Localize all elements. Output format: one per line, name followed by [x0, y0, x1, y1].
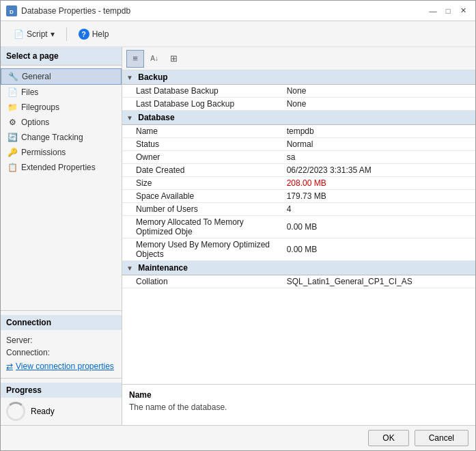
table-row: Name tempdb — [122, 125, 475, 138]
help-label: Help — [92, 29, 109, 39]
categorized-button[interactable]: ≡ — [126, 50, 144, 68]
spacer — [1, 297, 122, 310]
prop-name: Collation — [122, 275, 281, 288]
sidebar-item-permissions-label: Permissions — [21, 148, 66, 157]
prop-name: Memory Allocated To Memory Optimized Obj… — [122, 216, 281, 238]
sidebar-item-files-label: Files — [21, 87, 38, 97]
connection-link-label: View connection properties — [16, 361, 114, 371]
script-dropdown-icon: ▾ — [51, 29, 55, 39]
minimize-button[interactable]: — — [426, 4, 440, 18]
sidebar-item-options[interactable]: ⚙ Options — [1, 115, 122, 130]
table-row: Collation SQL_Latin1_General_CP1_CI_AS — [122, 275, 475, 288]
ok-button[interactable]: OK — [368, 430, 408, 446]
sidebar-item-change-tracking[interactable]: 🔄 Change Tracking — [1, 130, 122, 145]
sidebar-item-files[interactable]: 📄 Files — [1, 85, 122, 100]
sidebar-item-change-tracking-label: Change Tracking — [21, 133, 83, 142]
server-label: Server: — [6, 336, 33, 345]
props-extra-icon: ⊞ — [170, 53, 178, 64]
table-row: Last Database Log Backup None — [122, 98, 475, 111]
prop-name: Space Available — [122, 190, 281, 203]
table-row: Space Available 179.73 MB — [122, 190, 475, 203]
sidebar-item-filegroups[interactable]: 📁 Filegroups — [1, 100, 122, 115]
backup-chevron[interactable]: ▼ — [126, 74, 133, 81]
section-database-label: ▼ Database — [122, 111, 475, 125]
main-window: D Database Properties - tempdb — □ ✕ 📄 S… — [0, 0, 476, 451]
title-bar: D Database Properties - tempdb — □ ✕ — [1, 1, 475, 21]
prop-name: Owner — [122, 151, 281, 164]
window-title: Database Properties - tempdb — [21, 6, 130, 16]
content-area: Select a page 🔧 General 📄 Files 📁 Filegr… — [1, 47, 475, 425]
sidebar-item-extended-properties-label: Extended Properties — [21, 163, 96, 172]
sidebar-item-extended-properties[interactable]: 📋 Extended Properties — [1, 160, 122, 175]
prop-value: sa — [281, 151, 475, 164]
table-row: Number of Users 4 — [122, 203, 475, 216]
connection-row: Connection: — [6, 346, 116, 359]
size-prop-name: Size — [122, 177, 281, 190]
section-maintenance-label: ▼ Maintenance — [122, 261, 475, 275]
maximize-button[interactable]: □ — [441, 4, 455, 18]
table-row: Status Normal — [122, 138, 475, 151]
view-connection-link[interactable]: ⇄ View connection properties — [6, 359, 116, 374]
section-backup-label: ▼ Backup — [122, 70, 475, 85]
prop-value: SQL_Latin1_General_CP1_CI_AS — [281, 275, 475, 288]
prop-name: Last Database Backup — [122, 85, 281, 98]
props-extra-button[interactable]: ⊞ — [165, 50, 182, 68]
prop-name: Date Created — [122, 164, 281, 177]
app-icon: D — [6, 5, 17, 16]
help-button[interactable]: ? Help — [72, 25, 115, 43]
section-database: ▼ Database — [122, 111, 475, 125]
categorized-icon: ≡ — [132, 53, 138, 64]
right-panel: ≡ A↓ ⊞ ▼ Backup — [122, 47, 475, 425]
connection-header: Connection — [1, 315, 122, 330]
section-maintenance: ▼ Maintenance — [122, 261, 475, 275]
cancel-button[interactable]: Cancel — [415, 430, 468, 446]
files-icon: 📄 — [8, 87, 17, 97]
maintenance-chevron[interactable]: ▼ — [126, 264, 133, 272]
select-page-header: Select a page — [1, 47, 122, 66]
prop-value: 06/22/2023 3:31:35 AM — [281, 164, 475, 177]
size-prop-value: 208.00 MB — [281, 177, 475, 190]
table-row: Last Database Backup None — [122, 85, 475, 98]
script-button[interactable]: 📄 Script ▾ — [8, 26, 61, 42]
sidebar-item-filegroups-label: Filegroups — [21, 102, 59, 112]
sort-az-button[interactable]: A↓ — [145, 50, 163, 68]
table-row: Owner sa — [122, 151, 475, 164]
prop-name: Name — [122, 125, 281, 138]
connection-section: Connection Server: Connection: ⇄ View co… — [1, 310, 122, 378]
sort-az-icon: A↓ — [150, 55, 158, 62]
prop-value: 0.00 MB — [281, 216, 475, 238]
prop-name: Last Database Log Backup — [122, 98, 281, 111]
close-button[interactable]: ✕ — [456, 4, 470, 18]
props-table: ▼ Backup Last Database Backup None Last … — [122, 70, 475, 288]
sidebar-item-general-label: General — [22, 72, 51, 81]
change-tracking-icon: 🔄 — [8, 133, 17, 142]
prop-value: 179.73 MB — [281, 190, 475, 203]
table-row: Memory Allocated To Memory Optimized Obj… — [122, 216, 475, 238]
prop-name: Memory Used By Memory Optimized Objects — [122, 238, 281, 261]
table-row: Date Created 06/22/2023 3:31:35 AM — [122, 164, 475, 177]
title-bar-controls: — □ ✕ — [426, 4, 470, 18]
props-table-area: ▼ Backup Last Database Backup None Last … — [122, 70, 475, 384]
options-icon: ⚙ — [8, 118, 17, 127]
progress-status: Ready — [31, 407, 55, 416]
permissions-icon: 🔑 — [8, 148, 17, 157]
section-backup: ▼ Backup — [122, 70, 475, 85]
script-label: Script — [27, 29, 48, 39]
connection-label: Connection: — [6, 348, 50, 357]
database-chevron[interactable]: ▼ — [126, 114, 133, 122]
title-bar-left: D Database Properties - tempdb — [6, 5, 130, 16]
general-icon: 🔧 — [8, 72, 18, 81]
prop-name: Number of Users — [122, 203, 281, 216]
sidebar-item-permissions[interactable]: 🔑 Permissions — [1, 145, 122, 160]
progress-content: Ready — [6, 402, 116, 421]
progress-spinner — [6, 402, 25, 421]
progress-section: Progress Ready — [1, 378, 122, 425]
prop-value: None — [281, 98, 475, 111]
prop-value: 4 — [281, 203, 475, 216]
sidebar-item-options-label: Options — [21, 118, 49, 127]
prop-value: None — [281, 85, 475, 98]
description-panel: Name The name of the database. — [122, 384, 475, 425]
sidebar-item-general[interactable]: 🔧 General — [1, 68, 122, 85]
help-icon: ? — [79, 29, 89, 40]
progress-header: Progress — [1, 383, 122, 398]
